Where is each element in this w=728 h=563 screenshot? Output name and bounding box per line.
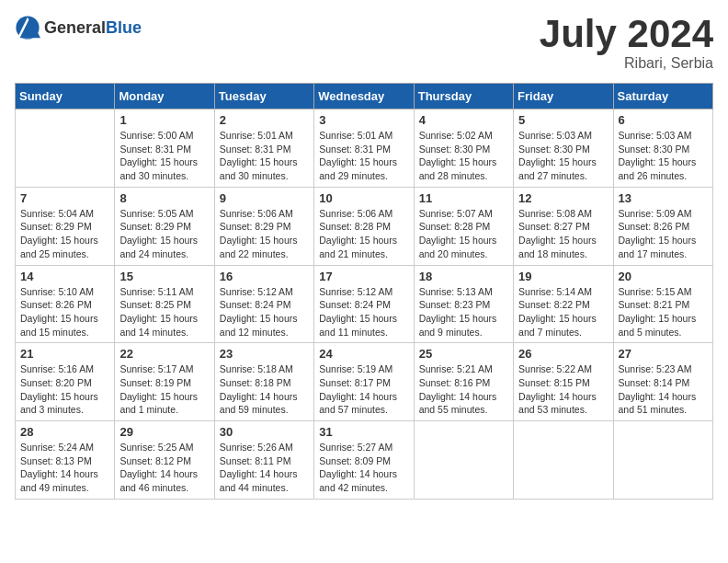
day-info: Sunrise: 5:25 AM Sunset: 8:12 PM Dayligh…: [119, 441, 209, 495]
logo-icon: [15, 15, 40, 40]
calendar-cell: 29Sunrise: 5:25 AM Sunset: 8:12 PM Dayli…: [115, 421, 214, 500]
calendar-cell: 14Sunrise: 5:10 AM Sunset: 8:26 PM Dayli…: [16, 265, 115, 343]
day-number: 10: [319, 191, 408, 205]
calendar-cell: [514, 421, 613, 500]
calendar-cell: 4Sunrise: 5:02 AM Sunset: 8:30 PM Daylig…: [414, 109, 513, 188]
day-info: Sunrise: 5:06 AM Sunset: 8:29 PM Dayligh…: [220, 207, 309, 261]
weekday-header: Sunday: [16, 84, 115, 109]
day-info: Sunrise: 5:10 AM Sunset: 8:26 PM Dayligh…: [20, 285, 109, 339]
calendar-week-row: 21Sunrise: 5:16 AM Sunset: 8:20 PM Dayli…: [16, 343, 713, 421]
day-number: 31: [319, 425, 408, 439]
day-number: 19: [518, 270, 608, 283]
calendar-cell: 24Sunrise: 5:19 AM Sunset: 8:17 PM Dayli…: [314, 343, 414, 421]
calendar-week-row: 14Sunrise: 5:10 AM Sunset: 8:26 PM Dayli…: [16, 265, 713, 343]
day-info: Sunrise: 5:03 AM Sunset: 8:30 PM Dayligh…: [619, 129, 708, 183]
day-info: Sunrise: 5:01 AM Sunset: 8:31 PM Dayligh…: [319, 129, 408, 183]
calendar-cell: 7Sunrise: 5:04 AM Sunset: 8:29 PM Daylig…: [16, 187, 115, 265]
day-info: Sunrise: 5:19 AM Sunset: 8:17 PM Dayligh…: [319, 362, 408, 417]
calendar-cell: 28Sunrise: 5:24 AM Sunset: 8:13 PM Dayli…: [16, 421, 115, 500]
day-number: 13: [619, 191, 708, 205]
weekday-header: Wednesday: [314, 84, 414, 109]
day-info: Sunrise: 5:14 AM Sunset: 8:22 PM Dayligh…: [518, 285, 608, 339]
calendar-cell: [16, 109, 115, 188]
calendar-cell: 1Sunrise: 5:00 AM Sunset: 8:31 PM Daylig…: [115, 109, 214, 188]
calendar-cell: 19Sunrise: 5:14 AM Sunset: 8:22 PM Dayli…: [514, 265, 613, 343]
logo: GeneralBlue: [15, 15, 142, 40]
calendar-cell: 26Sunrise: 5:22 AM Sunset: 8:15 PM Dayli…: [514, 343, 613, 421]
weekday-header: Monday: [115, 84, 214, 109]
calendar-week-row: 28Sunrise: 5:24 AM Sunset: 8:13 PM Dayli…: [16, 421, 713, 500]
logo-text-general: General: [44, 18, 106, 37]
calendar-cell: [414, 421, 513, 500]
day-number: 22: [119, 347, 209, 361]
day-number: 8: [119, 191, 209, 205]
day-number: 4: [419, 113, 508, 127]
calendar-table: SundayMondayTuesdayWednesdayThursdayFrid…: [15, 83, 713, 500]
calendar-cell: 15Sunrise: 5:11 AM Sunset: 8:25 PM Dayli…: [115, 265, 214, 343]
calendar-cell: 2Sunrise: 5:01 AM Sunset: 8:31 PM Daylig…: [214, 109, 313, 188]
day-number: 25: [419, 347, 508, 361]
day-number: 2: [220, 113, 309, 127]
calendar-cell: 31Sunrise: 5:27 AM Sunset: 8:09 PM Dayli…: [314, 421, 414, 500]
day-info: Sunrise: 5:23 AM Sunset: 8:14 PM Dayligh…: [619, 362, 708, 417]
day-info: Sunrise: 5:06 AM Sunset: 8:28 PM Dayligh…: [319, 207, 408, 261]
calendar-week-row: 7Sunrise: 5:04 AM Sunset: 8:29 PM Daylig…: [16, 187, 713, 265]
day-info: Sunrise: 5:03 AM Sunset: 8:30 PM Dayligh…: [518, 129, 608, 183]
day-number: 15: [119, 270, 209, 283]
day-info: Sunrise: 5:02 AM Sunset: 8:30 PM Dayligh…: [419, 129, 508, 183]
weekday-header: Tuesday: [214, 84, 313, 109]
calendar-cell: 25Sunrise: 5:21 AM Sunset: 8:16 PM Dayli…: [414, 343, 513, 421]
month-year: July 2024: [540, 15, 713, 53]
logo-text-blue: Blue: [106, 18, 142, 37]
calendar-cell: [613, 421, 712, 500]
calendar-cell: 12Sunrise: 5:08 AM Sunset: 8:27 PM Dayli…: [514, 187, 613, 265]
day-number: 18: [419, 270, 508, 283]
calendar-cell: 9Sunrise: 5:06 AM Sunset: 8:29 PM Daylig…: [214, 187, 313, 265]
calendar-week-row: 1Sunrise: 5:00 AM Sunset: 8:31 PM Daylig…: [16, 109, 713, 188]
calendar-cell: 27Sunrise: 5:23 AM Sunset: 8:14 PM Dayli…: [613, 343, 712, 421]
day-number: 30: [220, 425, 309, 439]
calendar-header-row: SundayMondayTuesdayWednesdayThursdayFrid…: [16, 84, 713, 109]
day-number: 14: [20, 270, 109, 283]
calendar-cell: 30Sunrise: 5:26 AM Sunset: 8:11 PM Dayli…: [214, 421, 313, 500]
day-number: 5: [518, 113, 608, 127]
day-number: 28: [20, 425, 109, 439]
day-info: Sunrise: 5:05 AM Sunset: 8:29 PM Dayligh…: [119, 207, 209, 261]
calendar-cell: 10Sunrise: 5:06 AM Sunset: 8:28 PM Dayli…: [314, 187, 414, 265]
page-header: GeneralBlue July 2024 Ribari, Serbia: [15, 15, 713, 72]
calendar-cell: 6Sunrise: 5:03 AM Sunset: 8:30 PM Daylig…: [613, 109, 712, 188]
day-number: 23: [220, 347, 309, 361]
day-info: Sunrise: 5:27 AM Sunset: 8:09 PM Dayligh…: [319, 441, 408, 495]
day-number: 26: [518, 347, 608, 361]
day-info: Sunrise: 5:26 AM Sunset: 8:11 PM Dayligh…: [220, 441, 309, 495]
day-info: Sunrise: 5:09 AM Sunset: 8:26 PM Dayligh…: [619, 207, 708, 261]
day-number: 17: [319, 270, 408, 283]
day-number: 7: [20, 191, 109, 205]
calendar-cell: 3Sunrise: 5:01 AM Sunset: 8:31 PM Daylig…: [314, 109, 414, 188]
day-number: 6: [619, 113, 708, 127]
day-info: Sunrise: 5:22 AM Sunset: 8:15 PM Dayligh…: [518, 362, 608, 417]
day-number: 1: [119, 113, 209, 127]
day-number: 29: [119, 425, 209, 439]
title-area: July 2024 Ribari, Serbia: [540, 15, 713, 72]
location: Ribari, Serbia: [540, 55, 713, 72]
calendar-cell: 8Sunrise: 5:05 AM Sunset: 8:29 PM Daylig…: [115, 187, 214, 265]
day-info: Sunrise: 5:21 AM Sunset: 8:16 PM Dayligh…: [419, 362, 508, 417]
day-info: Sunrise: 5:24 AM Sunset: 8:13 PM Dayligh…: [20, 441, 109, 495]
day-info: Sunrise: 5:11 AM Sunset: 8:25 PM Dayligh…: [119, 285, 209, 339]
calendar-cell: 13Sunrise: 5:09 AM Sunset: 8:26 PM Dayli…: [613, 187, 712, 265]
day-info: Sunrise: 5:15 AM Sunset: 8:21 PM Dayligh…: [619, 285, 708, 339]
day-info: Sunrise: 5:04 AM Sunset: 8:29 PM Dayligh…: [20, 207, 109, 261]
day-number: 20: [619, 270, 708, 283]
day-info: Sunrise: 5:12 AM Sunset: 8:24 PM Dayligh…: [220, 285, 309, 339]
day-number: 3: [319, 113, 408, 127]
weekday-header: Saturday: [613, 84, 712, 109]
calendar-cell: 21Sunrise: 5:16 AM Sunset: 8:20 PM Dayli…: [16, 343, 115, 421]
day-number: 27: [619, 347, 708, 361]
calendar-cell: 11Sunrise: 5:07 AM Sunset: 8:28 PM Dayli…: [414, 187, 513, 265]
calendar-cell: 5Sunrise: 5:03 AM Sunset: 8:30 PM Daylig…: [514, 109, 613, 188]
day-number: 9: [220, 191, 309, 205]
day-number: 11: [419, 191, 508, 205]
weekday-header: Friday: [514, 84, 613, 109]
calendar-cell: 23Sunrise: 5:18 AM Sunset: 8:18 PM Dayli…: [214, 343, 313, 421]
